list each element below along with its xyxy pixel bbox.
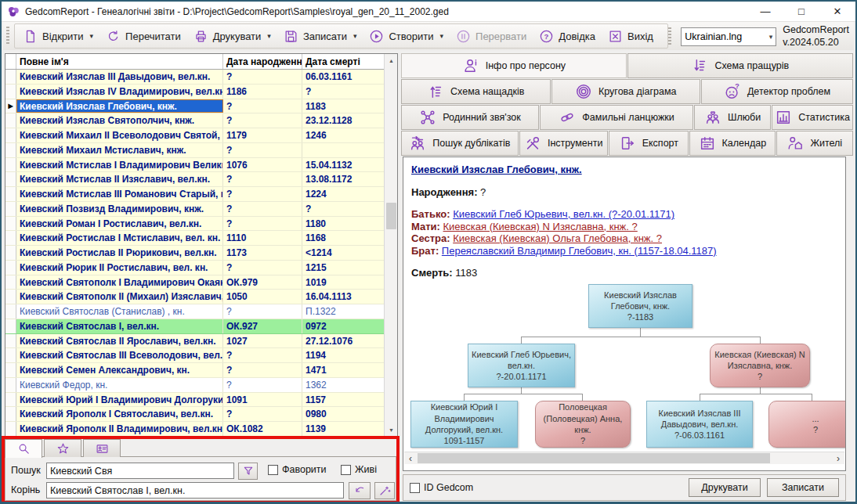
sister-link[interactable]: Киевская (Киевская) Ольга Глебовна, кнж.… [453, 232, 662, 244]
cell-full-name[interactable]: Киевский Михаил II Всеволодович Святой, … [16, 128, 223, 142]
cell-death-date[interactable]: 1157 [302, 393, 385, 407]
search-tab-id-card[interactable] [83, 439, 121, 457]
chevron-down-icon[interactable]: ▾ [353, 32, 357, 40]
cell-death-date[interactable]: П.1322 [302, 304, 385, 319]
brother-link[interactable]: Переяславский Владимир Глебович, кн. (11… [442, 245, 717, 257]
table-vertical-scrollbar[interactable]: ▲ ▼ [384, 54, 397, 437]
filter-button[interactable] [238, 463, 258, 480]
table-row[interactable]: ▶Киевский Изяслав Глебович, кнж.?1183 [5, 99, 397, 114]
toolbar-button-floppy[interactable]: Записати▾ [277, 26, 363, 47]
cell-death-date[interactable]: 1246 [302, 128, 385, 142]
toolbar-grip-right[interactable] [668, 27, 671, 46]
tab-tools[interactable]: Інструменти [519, 131, 608, 156]
tree-node-paternal-grandfather[interactable]: Киевский Юрий I Владимирович Долгорукий,… [410, 401, 518, 448]
tab-duplicates[interactable]: Пошук дублікатів [401, 131, 519, 156]
cell-death-date[interactable]: ? [302, 85, 385, 99]
header-birth-date[interactable]: Дата народження [223, 54, 302, 69]
cell-death-date[interactable]: <1214 [302, 246, 385, 260]
cell-full-name[interactable]: Киевский Семен Александрович, кн. [16, 363, 223, 377]
tree-node-paternal-grandmother[interactable]: Половецкая (Половецкая) Анна, кнж.? [535, 401, 631, 448]
cell-full-name[interactable]: Киевский Святополк I Владимирович Окаянн [16, 275, 223, 290]
table-row[interactable]: Киевский Федор, кн.?1362 [5, 378, 397, 393]
table-row[interactable]: Киевский Святослав III Всеволодович, вел… [5, 348, 397, 363]
maximize-button[interactable]: □ [783, 2, 819, 21]
auto-root-button[interactable] [374, 482, 395, 499]
cell-birth-date[interactable]: ОК.927 [223, 319, 302, 333]
id-gedcom-checkbox[interactable]: ID Gedcom [410, 482, 473, 493]
table-row[interactable]: Киевский Юрий I Владимирович Долгорукий,… [5, 393, 397, 408]
table-row[interactable]: Киевский Святослав II Ярославич, вел.кн.… [5, 334, 397, 349]
cell-full-name[interactable]: Киевский Мстислав III Романович Старый, … [16, 187, 223, 201]
cell-birth-date[interactable]: ? [223, 187, 302, 201]
header-death-date[interactable]: Дата смерті [302, 54, 385, 69]
cell-death-date[interactable]: 0980 [302, 407, 385, 421]
alive-checkbox[interactable]: Живі [341, 464, 377, 475]
root-person-input[interactable] [46, 482, 344, 499]
chevron-down-icon[interactable]: ▾ [90, 32, 94, 40]
tree-node-root[interactable]: Киевский Изяслав Глебович, кнж.?-1183 [588, 284, 692, 328]
table-row[interactable]: Киевский Изяслав IV Владимирович, вел.кн… [5, 85, 397, 99]
cell-full-name[interactable]: Киевский Федор, кн. [16, 378, 223, 392]
cell-birth-date[interactable]: 1110 [223, 231, 302, 245]
table-row[interactable]: Киевский Святослав (Станислав) , кн.?П.1… [5, 304, 397, 319]
cell-birth-date[interactable]: 1076 [223, 158, 302, 172]
cell-birth-date[interactable]: ? [223, 202, 302, 216]
cell-death-date[interactable]: 0972 [302, 319, 385, 333]
tab-residents[interactable]: Жителі [776, 131, 853, 156]
table-row[interactable]: Киевский Ярополк I Святославич, вел.кн.?… [5, 407, 397, 422]
chevron-down-icon[interactable]: ▾ [267, 32, 271, 40]
tab-family-link[interactable]: Родинний звя'зок [401, 105, 539, 130]
cell-birth-date[interactable]: 1186 [223, 85, 302, 99]
cell-death-date[interactable]: ? [302, 202, 385, 216]
cell-death-date[interactable]: 16.04.1113 [302, 290, 385, 304]
table-row[interactable]: Киевский Роман I Ростиславич, вел.кн.?11… [5, 217, 397, 232]
cell-birth-date[interactable]: ? [223, 304, 302, 319]
cell-full-name[interactable]: Киевский Ростислав I Мстиславич, вел. кн… [16, 231, 223, 245]
toolbar-button-printer[interactable]: Друкувати▾ [187, 26, 277, 47]
tree-node-father[interactable]: Киевский Глеб Юрьевич, вел.кн.?-20.01.11… [468, 344, 575, 387]
cell-death-date[interactable]: 1183 [302, 99, 385, 113]
table-row[interactable]: Киевский Мстислав III Романович Старый, … [5, 187, 397, 202]
person-title-link[interactable]: Киевский Изяслав Глебович, кнж. [411, 164, 582, 175]
cell-death-date[interactable]: 1168 [302, 231, 385, 245]
header-full-name[interactable]: Повне ім'я [16, 54, 223, 69]
cell-death-date[interactable]: 06.03.1161 [302, 70, 385, 84]
cell-birth-date[interactable]: ОК.979 [223, 275, 302, 290]
cell-full-name[interactable]: Киевский Роман I Ростиславич, вел.кн. [16, 217, 223, 231]
search-input[interactable] [46, 463, 234, 479]
cell-death-date[interactable]: 15.04.1132 [302, 158, 385, 172]
cell-death-date[interactable]: 1471 [302, 363, 385, 377]
cell-full-name[interactable]: Киевский Ярополк I Святославич, вел.кн. [16, 407, 223, 421]
cell-full-name[interactable]: Киевский Рюрик II Ростиславич, вел. кн. [16, 261, 223, 275]
table-row[interactable]: Киевский Ростислав I Мстиславич, вел. кн… [5, 231, 397, 246]
toolbar-button-document[interactable]: Відкрити▾ [16, 26, 99, 47]
table-row[interactable]: Киевский Ростислав II Рюрикович, вел.кн.… [5, 246, 397, 261]
table-row[interactable]: Киевский Рюрик II Ростиславич, вел. кн.?… [5, 261, 397, 275]
cell-full-name[interactable]: Киевский Мстислав I Владимирович Великий… [16, 158, 223, 172]
cell-birth-date[interactable]: ? [223, 407, 302, 421]
cell-birth-date[interactable]: 1027 [223, 334, 302, 348]
mother-link[interactable]: Киевская (Киевская) N Изяславна, кнж. ? [443, 221, 638, 232]
minimize-button[interactable]: — [747, 2, 783, 21]
cell-death-date[interactable]: 23.12.1128 [302, 113, 385, 128]
tab-calendar[interactable]: Календар [689, 131, 775, 156]
toolbar-button-play-circle[interactable]: Створити▾ [363, 26, 450, 47]
cell-full-name[interactable]: Киевский Ярополк II Владимирович, вел.кн… [16, 422, 223, 436]
tab-descendants[interactable]: Схема нащадків [401, 79, 551, 104]
tab-chains[interactable]: Фамильні ланцюжки [540, 105, 693, 130]
cell-birth-date[interactable]: ? [223, 261, 302, 275]
chevron-down-icon[interactable]: ▾ [440, 32, 444, 40]
cell-full-name[interactable]: Киевский Святослав III Всеволодович, вел… [16, 348, 223, 362]
cell-death-date[interactable]: 1224 [302, 187, 385, 201]
cell-birth-date[interactable]: ? [223, 217, 302, 231]
cell-full-name[interactable]: Киевский Михаил Мстиславич, кнж. [16, 143, 223, 157]
table-row[interactable]: Киевский Святослав I, вел.кн.ОК.9270972 [5, 319, 397, 334]
table-row[interactable]: Киевский Семен Александрович, кн.?1471 [5, 363, 397, 378]
cell-death-date[interactable]: 1215 [302, 261, 385, 275]
cell-full-name[interactable]: Киевский Святослав (Станислав) , кн. [16, 304, 223, 319]
toolbar-grip[interactable] [6, 27, 9, 45]
cell-full-name[interactable]: Киевский Мстислав II Изяславич, вел.кн. [16, 172, 223, 186]
table-row[interactable]: Киевский Михаил II Всеволодович Святой, … [5, 128, 397, 143]
cell-birth-date[interactable]: ? [223, 378, 302, 392]
tab-problem-detector[interactable]: ?Детектор проблем [701, 79, 853, 104]
